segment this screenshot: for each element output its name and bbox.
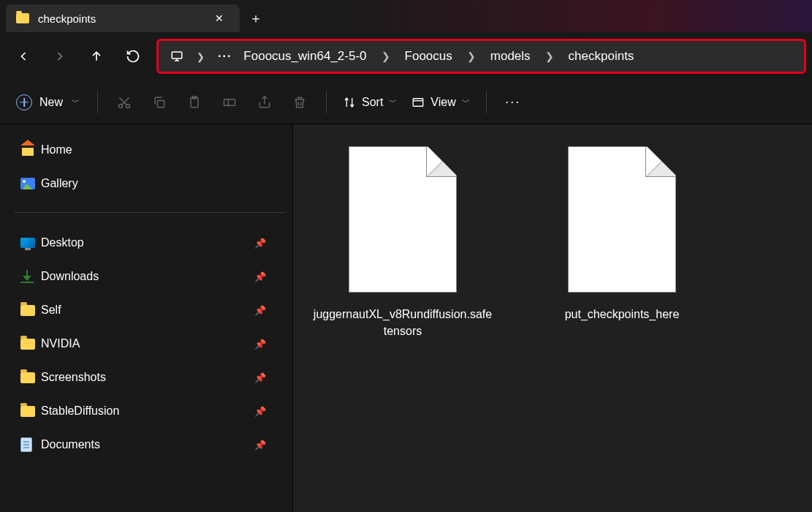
cut-button[interactable]	[107, 88, 142, 117]
sort-icon	[343, 96, 356, 109]
desktop-icon	[20, 238, 41, 248]
folder-icon	[20, 305, 41, 316]
explorer-body: Home Gallery Desktop 📌 Downloads 📌 Self …	[0, 124, 812, 512]
breadcrumb-segment[interactable]: Fooocus_win64_2-5-0	[238, 46, 372, 67]
breadcrumb-segment[interactable]: checkpoints	[563, 46, 640, 67]
pin-icon: 📌	[254, 305, 266, 316]
sidebar-item-label: StableDiffusion	[41, 404, 254, 418]
download-icon	[20, 270, 41, 283]
chevron-down-icon: ﹀	[462, 97, 470, 108]
view-button[interactable]: View ﹀	[404, 91, 477, 113]
tab-checkpoints[interactable]: checkpoints ✕	[6, 4, 240, 32]
svg-rect-6	[224, 99, 235, 105]
chevron-right-icon[interactable]: ❯	[458, 50, 485, 62]
document-icon	[20, 437, 41, 452]
sidebar-item-label: NVIDIA	[41, 337, 254, 350]
separator	[326, 91, 327, 113]
rename-button[interactable]	[212, 88, 247, 117]
copy-button[interactable]	[142, 88, 177, 117]
sidebar-item-home[interactable]: Home	[15, 133, 285, 167]
sidebar-item-label: Downloads	[41, 270, 254, 283]
sidebar-item-downloads[interactable]: Downloads 📌	[15, 260, 285, 293]
separator	[97, 91, 98, 113]
chevron-right-icon[interactable]: ❯	[189, 51, 212, 62]
sort-label: Sort	[362, 96, 383, 109]
pin-icon: 📌	[254, 339, 266, 350]
view-label: View	[430, 96, 455, 109]
sidebar-item-label: Self	[41, 304, 254, 317]
up-button[interactable]	[79, 39, 114, 74]
navigation-pane[interactable]: Home Gallery Desktop 📌 Downloads 📌 Self …	[0, 124, 292, 512]
address-bar[interactable]: ❯ ··· Fooocus_win64_2-5-0 ❯ Fooocus ❯ mo…	[156, 39, 806, 74]
svg-rect-3	[158, 100, 164, 107]
back-button[interactable]	[6, 39, 41, 74]
separator	[486, 91, 487, 113]
sidebar-item-label: Home	[41, 143, 279, 157]
monitor-icon	[164, 50, 189, 63]
folder-icon	[20, 372, 41, 383]
svg-point-2	[126, 104, 130, 108]
chevron-right-icon[interactable]: ❯	[536, 50, 563, 62]
chevron-down-icon: ﹀	[72, 97, 80, 108]
pin-icon: 📌	[254, 372, 266, 383]
file-name: juggernautXL_v8Rundiffusion.safetensors	[312, 306, 493, 339]
chevron-down-icon: ﹀	[389, 97, 397, 108]
sidebar-item-label: Documents	[41, 438, 254, 451]
file-icon	[349, 146, 457, 293]
command-bar: New ﹀ Sort ﹀ View ﹀ ···	[0, 80, 812, 124]
folder-icon	[20, 406, 41, 417]
breadcrumb-segment[interactable]: Fooocus	[399, 46, 458, 67]
pin-icon: 📌	[254, 440, 266, 451]
pin-icon: 📌	[254, 271, 266, 282]
sort-button[interactable]: Sort ﹀	[335, 91, 404, 113]
refresh-button[interactable]	[115, 39, 151, 74]
paste-button[interactable]	[177, 88, 212, 117]
sidebar-item-label: Screenshots	[41, 371, 254, 384]
forward-button[interactable]	[42, 39, 77, 74]
breadcrumb-segment[interactable]: models	[485, 46, 536, 67]
delete-button[interactable]	[282, 88, 317, 117]
share-button[interactable]	[247, 88, 282, 117]
sidebar-item-gallery[interactable]: Gallery	[15, 167, 285, 200]
sidebar-item-label: Desktop	[41, 236, 254, 249]
pin-icon: 📌	[254, 406, 266, 417]
sidebar-item-desktop[interactable]: Desktop 📌	[15, 226, 285, 260]
file-name: put_checkpoints_here	[565, 306, 680, 323]
sidebar-item-label: Gallery	[41, 177, 279, 190]
file-content-area[interactable]: juggernautXL_v8Rundiffusion.safetensors …	[292, 124, 812, 512]
close-tab-button[interactable]: ✕	[209, 12, 229, 24]
file-icon	[568, 146, 676, 293]
svg-rect-7	[414, 98, 424, 106]
file-item[interactable]: juggernautXL_v8Rundiffusion.safetensors	[308, 142, 498, 344]
folder-icon	[20, 339, 41, 350]
home-icon	[20, 144, 41, 156]
address-overflow-button[interactable]: ···	[212, 50, 238, 63]
sidebar-item-self[interactable]: Self 📌	[15, 293, 285, 327]
tab-strip: checkpoints ✕ ＋	[0, 0, 812, 32]
more-options-button[interactable]: ···	[496, 94, 531, 110]
gallery-icon	[20, 178, 41, 189]
pin-icon: 📌	[254, 238, 266, 249]
folder-icon	[16, 13, 29, 23]
view-icon	[411, 96, 425, 109]
tab-title: checkpoints	[38, 12, 209, 25]
chevron-right-icon[interactable]: ❯	[373, 50, 399, 62]
sidebar-divider	[15, 212, 285, 213]
file-item[interactable]: put_checkpoints_here	[527, 142, 717, 327]
sidebar-item-screenshots[interactable]: Screenshots 📌	[15, 361, 285, 394]
new-button[interactable]: New ﹀	[7, 90, 88, 115]
sidebar-item-documents[interactable]: Documents 📌	[15, 428, 285, 462]
new-tab-button[interactable]: ＋	[240, 4, 272, 32]
sidebar-item-stablediffusion[interactable]: StableDiffusion 📌	[15, 394, 285, 428]
svg-point-1	[119, 104, 123, 108]
new-button-label: New	[39, 96, 63, 109]
svg-rect-0	[172, 52, 182, 59]
plus-circle-icon	[16, 94, 32, 110]
sidebar-item-nvidia[interactable]: NVIDIA 📌	[15, 327, 285, 361]
navigation-bar: ❯ ··· Fooocus_win64_2-5-0 ❯ Fooocus ❯ mo…	[0, 32, 812, 80]
